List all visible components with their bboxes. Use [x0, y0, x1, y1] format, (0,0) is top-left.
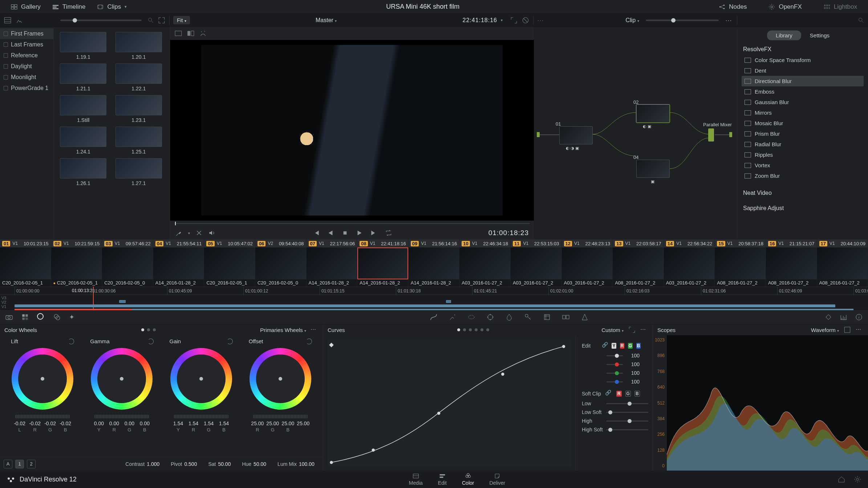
- key-icon[interactable]: [524, 313, 532, 321]
- link-icon[interactable]: 🔗: [602, 342, 608, 350]
- page-media[interactable]: Media: [409, 473, 423, 486]
- edit-g[interactable]: G: [628, 343, 632, 349]
- clip-thumbnail[interactable]: 17V120:44:10:09 A08_2016-01-27_2: [817, 239, 868, 287]
- wheels-mode-dropdown[interactable]: Primaries Wheels ▾: [260, 327, 306, 333]
- reset-icon[interactable]: [148, 339, 154, 344]
- clip-thumbnail[interactable]: 13V122:03:58:17 A08_2016-01-27_2: [613, 239, 664, 287]
- fx-group-neatvideo[interactable]: Neat Video: [737, 188, 868, 198]
- home-icon[interactable]: [837, 475, 845, 483]
- bypass-icon[interactable]: [522, 16, 530, 24]
- still-thumbnail[interactable]: 1.23.1: [114, 95, 163, 123]
- still-thumbnail[interactable]: 1.20.1: [114, 32, 163, 60]
- fx-item[interactable]: Dent: [742, 65, 864, 76]
- node-graph[interactable]: 01 ◐ ◑ ▣ 02 ◐ ▣ 04 ▣ Parallel Mixer: [534, 40, 737, 239]
- fx-item[interactable]: Radial Blur: [742, 139, 864, 149]
- lightbox-toggle[interactable]: Lightbox: [818, 3, 863, 11]
- clip-thumbnail[interactable]: 15V120:58:37:18 A08_2016-01-27_2: [715, 239, 766, 287]
- expand-viewer-icon[interactable]: [510, 16, 518, 24]
- edit-y[interactable]: Y: [612, 343, 616, 349]
- gallery-album[interactable]: Moonlight: [0, 72, 53, 83]
- highlight-icon[interactable]: [199, 29, 207, 37]
- fx-group-sapphire[interactable]: Sapphire Adjust: [737, 203, 868, 214]
- window-icon[interactable]: [467, 313, 475, 321]
- clip-thumbnail[interactable]: 01V110:01:23:15 C20_2016-02-05_1: [0, 239, 51, 287]
- edit-reset[interactable]: [644, 343, 648, 348]
- color-match-icon[interactable]: [21, 313, 29, 321]
- timeline-toggle[interactable]: Timeline: [46, 3, 92, 11]
- sizing-icon[interactable]: [543, 313, 551, 321]
- reset-r[interactable]: [643, 362, 648, 367]
- blur-icon[interactable]: [505, 313, 513, 321]
- page-deliver[interactable]: Deliver: [489, 473, 505, 486]
- still-thumbnail[interactable]: 1.26.1: [59, 158, 108, 186]
- camera-raw-icon[interactable]: [5, 313, 13, 321]
- gallery-toggle[interactable]: Gallery: [5, 3, 46, 11]
- node-04[interactable]: [636, 160, 670, 178]
- intensity-b-slider[interactable]: [607, 381, 623, 382]
- clip-thumbnail[interactable]: 08V122:41:18:16 A14_2016-01-28_2: [357, 239, 409, 287]
- gallery-album[interactable]: Reference: [0, 50, 53, 61]
- softclip-reset[interactable]: [644, 391, 648, 396]
- scopes-icon[interactable]: [840, 313, 848, 321]
- tab-library[interactable]: Library: [767, 30, 801, 40]
- stereo-icon[interactable]: [562, 313, 570, 321]
- node-02[interactable]: [636, 104, 670, 123]
- gallery-album[interactable]: Last Frames: [0, 39, 53, 50]
- clip-thumbnail[interactable]: 12V122:48:23:13 A03_2016-01-27_2: [562, 239, 613, 287]
- node-input-port[interactable]: [537, 132, 540, 137]
- pivot-value[interactable]: 0.500: [184, 461, 201, 467]
- fx-item[interactable]: Zoom Blur: [742, 171, 864, 181]
- node-output-port[interactable]: [729, 132, 732, 137]
- curves-mode-dropdown[interactable]: Custom ▾: [601, 327, 624, 333]
- clip-thumbnail[interactable]: 10V122:46:34:18 A03_2016-01-27_2: [459, 239, 511, 287]
- jog-dial[interactable]: [174, 415, 228, 418]
- still-thumbnail[interactable]: 1.21.1: [59, 63, 108, 91]
- close-x-icon[interactable]: [195, 229, 203, 237]
- viewer-scrubber[interactable]: [170, 221, 534, 226]
- fx-item[interactable]: Directional Blur: [742, 76, 864, 86]
- picker-dropdown[interactable]: ▾: [188, 231, 190, 235]
- color-wheel-gain[interactable]: Gain1.54Y1.54R1.54G1.54B: [162, 337, 241, 457]
- highsoft-slider[interactable]: [607, 429, 648, 430]
- color-wheel-offset[interactable]: Offset25.00R25.00G25.00B25.00: [241, 337, 320, 457]
- stop-icon[interactable]: [341, 229, 349, 237]
- intensity-r-slider[interactable]: [607, 364, 623, 365]
- clip-thumbnail[interactable]: 09V121:56:14:16 A14_2016-01-28_2: [409, 239, 460, 287]
- jog-dial[interactable]: [253, 415, 308, 418]
- fx-item[interactable]: Mosaic Blur: [742, 118, 864, 128]
- fx-item[interactable]: Ripples: [742, 149, 864, 160]
- mini-timeline[interactable]: 01:00:13:2 01:00:00:0001:00:30:0601:00:4…: [0, 287, 868, 310]
- clip-thumbnail[interactable]: 14V122:56:34:22 A03_2016-01-27_2: [664, 239, 715, 287]
- reset-icon[interactable]: [68, 339, 74, 344]
- nodes-toggle[interactable]: Nodes: [713, 3, 753, 11]
- softclip-link-icon[interactable]: 🔗: [605, 390, 613, 398]
- still-thumbnail[interactable]: 1.19.1: [59, 32, 108, 60]
- master-dropdown[interactable]: Master ▾: [316, 17, 337, 24]
- scopes-layout-icon[interactable]: [843, 326, 851, 334]
- reset-y[interactable]: [643, 353, 648, 358]
- jog-dial[interactable]: [15, 415, 70, 418]
- qualifier-icon[interactable]: [449, 313, 457, 321]
- sat-value[interactable]: 50.00: [218, 461, 235, 467]
- hue-value[interactable]: 50.00: [253, 461, 270, 467]
- still-thumbnail[interactable]: 1.27.1: [114, 158, 163, 186]
- curves-icon[interactable]: [430, 313, 438, 321]
- reset-g[interactable]: [643, 370, 648, 376]
- auto-balance-button[interactable]: A: [4, 460, 12, 468]
- clip-thumbnail[interactable]: 06V209:54:40:08 C20_2016-02-05_0: [255, 239, 307, 287]
- fx-item[interactable]: Vortex: [742, 160, 864, 171]
- gallery-zoom-slider[interactable]: [60, 20, 142, 21]
- keyframe-mode-icon[interactable]: [824, 313, 832, 321]
- fx-item[interactable]: Mirrors: [742, 107, 864, 118]
- last-frame-icon[interactable]: [370, 229, 378, 237]
- first-frame-icon[interactable]: [312, 229, 320, 237]
- fx-item[interactable]: Prism Blur: [742, 128, 864, 139]
- fx-search-icon[interactable]: [858, 17, 864, 24]
- lummix-value[interactable]: 100.00: [299, 461, 316, 467]
- settings-gear-icon[interactable]: [853, 475, 861, 483]
- node-01[interactable]: [559, 126, 593, 144]
- low-slider[interactable]: [607, 403, 648, 404]
- clip-thumbnail[interactable]: 11V122:53:15:03 A03_2016-01-27_2: [511, 239, 562, 287]
- clip-thumbnail[interactable]: 02V110:21:59:15● C20_2016-02-05_1: [51, 239, 102, 287]
- parallel-mixer-node[interactable]: [708, 128, 714, 142]
